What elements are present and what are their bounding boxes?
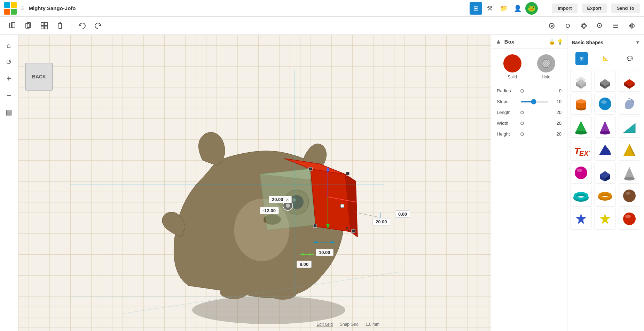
shape-item-star-blue[interactable]	[570, 208, 592, 230]
viewport[interactable]: BACK	[18, 35, 491, 331]
solid-type-btn[interactable]: Solid	[503, 54, 521, 79]
shape-item-pyramid-yellow[interactable]	[619, 139, 640, 161]
shape-item-cube-navy[interactable]	[594, 162, 616, 184]
length-dot[interactable]	[520, 111, 524, 114]
svg-point-79	[576, 99, 586, 103]
shapes-grid-view-btn[interactable]: ⊞	[575, 52, 588, 65]
edit-btn[interactable]: ⚒	[484, 2, 496, 15]
shape-item-box-dark[interactable]	[594, 70, 616, 92]
svg-marker-36	[311, 169, 351, 232]
steps-slider[interactable]	[520, 101, 548, 102]
hole-label: Hole	[542, 75, 550, 79]
home-btn[interactable]: ⌂	[3, 39, 15, 52]
properties-panel: ▲ Box 🔒 💡 Solid	[491, 35, 567, 331]
svg-point-80	[599, 98, 611, 110]
radius-dot[interactable]	[520, 89, 524, 93]
new-button[interactable]	[6, 19, 19, 32]
undo-button[interactable]	[76, 19, 89, 32]
snap-info: Edit Grid Snap Grid 1.0 mm	[316, 322, 379, 327]
shape-item-twisted[interactable]	[619, 93, 640, 115]
shape-item-sphere-magenta[interactable]	[570, 162, 592, 184]
svg-rect-6	[41, 26, 44, 29]
shape-item-text-red[interactable]: T EXT	[570, 139, 592, 161]
length-row: Length 20	[491, 107, 567, 118]
shape-item-cylinder-orange[interactable]	[570, 93, 592, 115]
shape-item-torus-teal[interactable]	[570, 185, 592, 207]
topbar: ≡ Mighty Sango-Jofo ⊞ ⚒ 📁 👤 🐸 Import Exp…	[0, 0, 644, 17]
shape-item-cone-green[interactable]	[570, 116, 592, 138]
svg-point-83	[575, 131, 587, 134]
shape-item-torus-orange[interactable]	[594, 185, 616, 207]
profile-btn[interactable]: 👤	[511, 2, 524, 15]
shape-item-cone-purple[interactable]	[594, 116, 616, 138]
svg-line-55	[356, 213, 380, 217]
zoom-out-btn[interactable]: −	[3, 89, 15, 102]
import-button[interactable]: Import	[552, 3, 577, 13]
rotate-btn[interactable]: ↺	[3, 56, 15, 68]
orbit-tool-btn[interactable]	[577, 19, 590, 32]
hole-type-btn[interactable]: Hole	[537, 54, 555, 79]
width-dot[interactable]	[520, 122, 524, 125]
svg-marker-107	[576, 213, 586, 224]
dim-label-20b: 20.00	[372, 218, 390, 225]
props-header: ▲ Box 🔒 💡	[491, 35, 567, 49]
props-lock-btn[interactable]: 🔒	[549, 39, 555, 45]
height-dot[interactable]	[520, 132, 524, 136]
avatar-btn[interactable]: 🐸	[525, 2, 538, 15]
dim-label-neg12[interactable]: -12.00	[260, 207, 279, 214]
main: ⌂ ↺ + − ▤ BACK	[0, 35, 644, 331]
align-tool-btn[interactable]	[609, 19, 622, 32]
grid-view-btn[interactable]: ⊞	[470, 2, 482, 15]
svg-marker-108	[600, 213, 610, 224]
props-collapse-btn[interactable]: ▲	[495, 38, 502, 45]
length-label: Length	[497, 110, 518, 115]
export-button[interactable]: Export	[582, 3, 607, 13]
shape-item-wedge-teal[interactable]	[619, 116, 640, 138]
svg-marker-24	[633, 24, 635, 28]
svg-point-94	[575, 167, 587, 179]
props-info-btn[interactable]: 💡	[557, 39, 563, 45]
zoom-tool-btn[interactable]	[593, 19, 606, 32]
camera-tool-btn[interactable]	[545, 19, 558, 32]
group-button[interactable]	[38, 19, 51, 32]
shape-item-prism-blue[interactable]	[594, 139, 616, 161]
steps-label: Steps	[497, 99, 518, 104]
svg-marker-90	[599, 145, 611, 155]
shapes-comment-btn[interactable]: 💬	[623, 52, 636, 65]
hamburger-icon[interactable]: ≡	[21, 5, 25, 12]
shape-item-cone-grey[interactable]	[619, 162, 640, 184]
mirror-tool-btn[interactable]	[625, 19, 638, 32]
redo-button[interactable]	[92, 19, 105, 32]
dim-close-x[interactable]: ✕	[286, 198, 289, 202]
delete-button[interactable]	[54, 19, 67, 32]
shapes-dropdown-btn[interactable]: ▼	[635, 40, 640, 45]
send-to-button[interactable]: Send To	[611, 3, 640, 13]
light-tool-btn[interactable]	[561, 19, 574, 32]
dim-label-20[interactable]: 20.00 ✕	[269, 196, 292, 203]
shapes-ruler-btn[interactable]: 📐	[599, 52, 612, 65]
shape-item-sphere-brown[interactable]	[619, 185, 640, 207]
dim-label-0: 0.00	[395, 210, 410, 218]
svg-point-106	[626, 192, 630, 195]
left-sidebar: ⌂ ↺ + − ▤	[0, 35, 18, 331]
folder-btn[interactable]: 📁	[497, 2, 510, 15]
shape-item-box-red[interactable]	[619, 70, 640, 92]
svg-rect-5	[45, 23, 47, 25]
svg-point-105	[623, 190, 636, 202]
shapes-grid: T EXT	[567, 67, 644, 232]
shape-item-box-grey[interactable]	[570, 70, 592, 92]
zoom-in-btn[interactable]: +	[3, 72, 15, 85]
shape-item-star-yellow[interactable]	[594, 208, 616, 230]
shape-item-sphere-blue[interactable]	[594, 93, 616, 115]
radius-label: Radius	[497, 88, 518, 93]
svg-point-110	[625, 215, 631, 218]
snap-grid-value: 1.0 mm	[366, 322, 379, 327]
layers-btn[interactable]: ▤	[3, 106, 15, 118]
hole-circle	[537, 54, 555, 72]
shape-type-row: Solid Hole	[491, 49, 567, 85]
edit-grid-label[interactable]: Edit Grid	[316, 322, 333, 327]
shapes-header: Basic Shapes ▼	[567, 35, 644, 50]
shape-item-sphere-red[interactable]	[619, 208, 640, 230]
svg-point-16	[582, 23, 585, 29]
copy-button[interactable]	[22, 19, 35, 32]
